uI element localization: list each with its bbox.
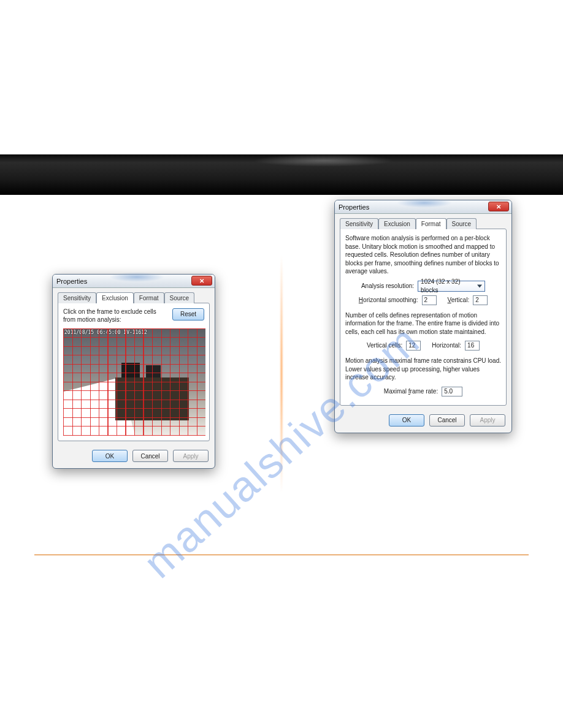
tab-sensitivity[interactable]: Sensitivity xyxy=(58,292,96,303)
motion-preview-frame[interactable]: 2011/08/15 06:45:00 IV-11612 xyxy=(63,328,205,436)
properties-dialog-format: Properties ✕ Sensitivity Exclusion Forma… xyxy=(334,200,512,433)
analysis-resolution-select[interactable]: 1024 (32 x 32) blocks xyxy=(418,281,485,292)
format-intro-text: Software motion analysis is performed on… xyxy=(345,234,501,276)
dialog-button-row: OK Cancel Apply xyxy=(53,446,215,468)
tab-source[interactable]: Source xyxy=(164,292,195,303)
horizontal-smoothing-label: Horizontal smoothing: xyxy=(359,296,418,305)
tab-panel: Software motion analysis is performed on… xyxy=(340,229,507,406)
horizontal-cells-input[interactable]: 16 xyxy=(465,341,480,351)
cancel-button[interactable]: Cancel xyxy=(429,414,465,427)
horizontal-cells-label: Horizontal: xyxy=(432,341,461,350)
cells-description: Number of cells defines representation o… xyxy=(345,311,501,336)
exclusion-description: Click on the frame to exclude cells from… xyxy=(63,308,158,324)
apply-button[interactable]: Apply xyxy=(173,450,209,462)
cancel-button[interactable]: Cancel xyxy=(132,450,168,462)
footer-divider xyxy=(34,555,529,555)
tab-format[interactable]: Format xyxy=(134,292,164,303)
tab-bar: Sensitivity Exclusion Format Source xyxy=(53,288,215,303)
tab-exclusion[interactable]: Exclusion xyxy=(96,292,134,303)
framerate-description: Motion analysis maximal frame rate const… xyxy=(345,357,501,382)
close-icon: ✕ xyxy=(496,203,501,210)
center-light-flare xyxy=(281,202,283,545)
titlebar[interactable]: Properties ✕ xyxy=(53,275,215,288)
tab-source[interactable]: Source xyxy=(446,218,477,229)
tab-panel: Click on the frame to exclude cells from… xyxy=(58,303,210,441)
vertical-smoothing-label: Vertical: xyxy=(448,296,470,305)
horizontal-smoothing-input[interactable]: 2 xyxy=(422,295,437,305)
titlebar[interactable]: Properties ✕ xyxy=(335,200,511,214)
close-button[interactable]: ✕ xyxy=(488,202,509,211)
tab-format[interactable]: Format xyxy=(416,218,446,229)
properties-dialog-exclusion: Properties ✕ Sensitivity Exclusion Forma… xyxy=(52,274,215,469)
tab-bar: Sensitivity Exclusion Format Source xyxy=(335,214,511,229)
window-title: Properties xyxy=(339,203,369,211)
maximal-framerate-label: Maximal frame rate: xyxy=(384,387,438,396)
window-title: Properties xyxy=(56,278,87,285)
apply-button[interactable]: Apply xyxy=(470,414,505,427)
ok-button[interactable]: OK xyxy=(92,450,128,462)
dialog-button-row: OK Cancel Apply xyxy=(335,411,511,433)
vertical-cells-input[interactable]: 12 xyxy=(406,341,421,351)
vertical-smoothing-input[interactable]: 2 xyxy=(473,295,488,305)
vertical-cells-label: Vertical cells: xyxy=(367,341,402,350)
maximal-framerate-input[interactable]: 5.0 xyxy=(442,387,462,396)
page-header-band xyxy=(0,154,563,195)
close-button[interactable]: ✕ xyxy=(191,276,212,286)
ok-button[interactable]: OK xyxy=(389,414,424,427)
tab-exclusion[interactable]: Exclusion xyxy=(378,218,416,229)
tab-sensitivity[interactable]: Sensitivity xyxy=(340,218,378,229)
close-icon: ✕ xyxy=(199,278,204,284)
analysis-resolution-label: Analysis resolution: xyxy=(361,282,414,290)
reset-button[interactable]: Reset xyxy=(172,308,204,320)
exclusion-grid[interactable] xyxy=(63,328,205,436)
